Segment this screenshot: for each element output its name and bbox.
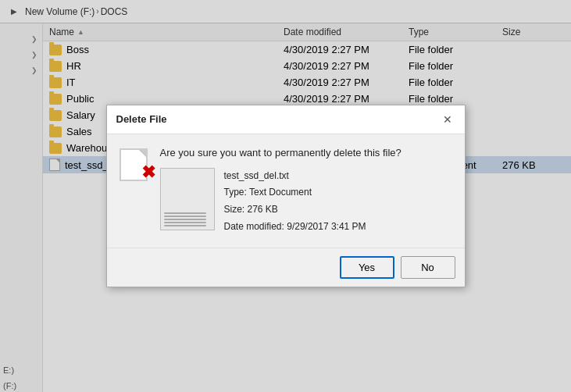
no-button[interactable]: No xyxy=(401,256,455,279)
dialog-file-info: test_ssd_del.txt Type: Text Document Siz… xyxy=(160,168,452,235)
preview-lines xyxy=(164,212,211,226)
preview-line-2 xyxy=(164,216,206,217)
preview-line-5 xyxy=(164,225,206,226)
dialog-question: Are you sure you want to permanently del… xyxy=(160,147,452,159)
dialog-body: ✖ Are you sure you want to permanently d… xyxy=(107,134,465,248)
warning-icon-container: ✖ xyxy=(120,147,151,178)
dialog-title: Delete File xyxy=(116,113,167,125)
delete-dialog: Delete File ✕ ✖ Are you sure you want to… xyxy=(106,105,466,287)
preview-line-3 xyxy=(164,219,206,220)
dialog-titlebar: Delete File ✕ xyxy=(107,105,465,134)
dialog-close-button[interactable]: ✕ xyxy=(440,112,455,127)
file-size-detail: Size: 276 KB xyxy=(224,201,366,219)
modal-overlay: Delete File ✕ ✖ Are you sure you want to… xyxy=(0,0,571,392)
dialog-file-preview xyxy=(160,168,215,230)
red-x-icon: ✖ xyxy=(141,164,155,181)
dialog-footer: Yes No xyxy=(107,248,465,287)
doc-fold xyxy=(139,150,146,157)
preview-line-4 xyxy=(164,222,206,223)
yes-button[interactable]: Yes xyxy=(340,256,394,279)
preview-line-1 xyxy=(164,212,206,214)
file-date-detail: Date modified: 9/29/2017 3:41 PM xyxy=(224,219,366,236)
file-name-detail: test_ssd_del.txt xyxy=(224,168,366,185)
dialog-file-details: test_ssd_del.txt Type: Text Document Siz… xyxy=(224,168,366,235)
dialog-content: Are you sure you want to permanently del… xyxy=(160,147,452,235)
file-type-detail: Type: Text Document xyxy=(224,184,366,201)
